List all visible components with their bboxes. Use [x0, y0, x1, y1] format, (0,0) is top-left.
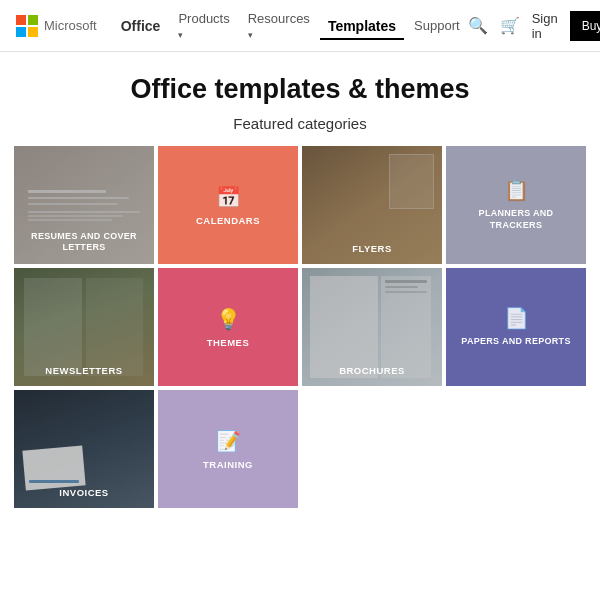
category-calendars-label: CALENDARS — [196, 215, 260, 226]
search-icon[interactable]: 🔍 — [468, 16, 488, 35]
main-nav: Office Products ▾ Resources ▾ Templates … — [113, 5, 468, 47]
grid-empty-2 — [446, 390, 586, 508]
category-training-label: TRAINING — [203, 459, 253, 470]
ms-logo[interactable]: Microsoft — [16, 15, 97, 37]
category-newsletters-overlay: NEWSLETTERS — [14, 268, 154, 386]
training-icon: 📝 — [216, 429, 241, 453]
category-resumes-overlay: RESUMES AND COVERLETTERS — [14, 146, 154, 264]
featured-label: Featured categories — [0, 115, 600, 132]
category-flyers[interactable]: FLYERS — [302, 146, 442, 264]
category-training[interactable]: 📝 TRAINING — [158, 390, 298, 508]
ms-logo-grid — [16, 15, 38, 37]
nav-products[interactable]: Products ▾ — [170, 5, 237, 47]
themes-icon: 💡 — [216, 307, 241, 331]
nav-templates[interactable]: Templates — [320, 12, 404, 40]
papers-icon: 📄 — [504, 306, 529, 330]
category-papers[interactable]: 📄 PAPERS AND REPORTS — [446, 268, 586, 386]
category-brochures[interactable]: BROCHURES — [302, 268, 442, 386]
nav-office[interactable]: Office — [113, 12, 169, 40]
categories-grid: RESUMES AND COVERLETTERS 📅 CALENDARS FLY… — [0, 146, 600, 508]
category-papers-label: PAPERS AND REPORTS — [461, 336, 570, 348]
page-title-section: Office templates & themes Featured categ… — [0, 52, 600, 146]
category-brochures-label: BROCHURES — [339, 365, 405, 376]
category-invoices[interactable]: INVOICES — [14, 390, 154, 508]
category-calendars[interactable]: 📅 CALENDARS — [158, 146, 298, 264]
category-invoices-label: INVOICES — [59, 487, 108, 498]
header: Microsoft Office Products ▾ Resources ▾ … — [0, 0, 600, 52]
calendars-icon: 📅 — [216, 185, 241, 209]
category-invoices-overlay: INVOICES — [14, 390, 154, 508]
category-themes-label: THEMES — [207, 337, 250, 348]
planners-icon: 📋 — [504, 178, 529, 202]
nav-support[interactable]: Support — [406, 12, 468, 39]
category-brochures-overlay: BROCHURES — [302, 268, 442, 386]
category-newsletters-label: NEWSLETTERS — [45, 365, 122, 376]
category-flyers-overlay: FLYERS — [302, 146, 442, 264]
ms-logo-text: Microsoft — [44, 18, 97, 33]
grid-empty-1 — [302, 390, 442, 508]
category-themes[interactable]: 💡 THEMES — [158, 268, 298, 386]
category-planners[interactable]: 📋 PLANNERS ANDTRACKERS — [446, 146, 586, 264]
sign-in-link[interactable]: Sign in — [532, 11, 558, 41]
category-resumes[interactable]: RESUMES AND COVERLETTERS — [14, 146, 154, 264]
buy-office-button[interactable]: Buy Office 365 › — [570, 11, 600, 41]
page-title: Office templates & themes — [0, 74, 600, 105]
category-planners-label: PLANNERS ANDTRACKERS — [479, 208, 554, 231]
header-actions: 🔍 🛒 Sign in Buy Office 365 › — [468, 11, 600, 41]
category-flyers-label: FLYERS — [352, 243, 392, 254]
category-newsletters[interactable]: NEWSLETTERS — [14, 268, 154, 386]
nav-resources[interactable]: Resources ▾ — [240, 5, 318, 47]
category-resumes-label: RESUMES AND COVERLETTERS — [31, 231, 137, 254]
cart-icon[interactable]: 🛒 — [500, 16, 520, 35]
